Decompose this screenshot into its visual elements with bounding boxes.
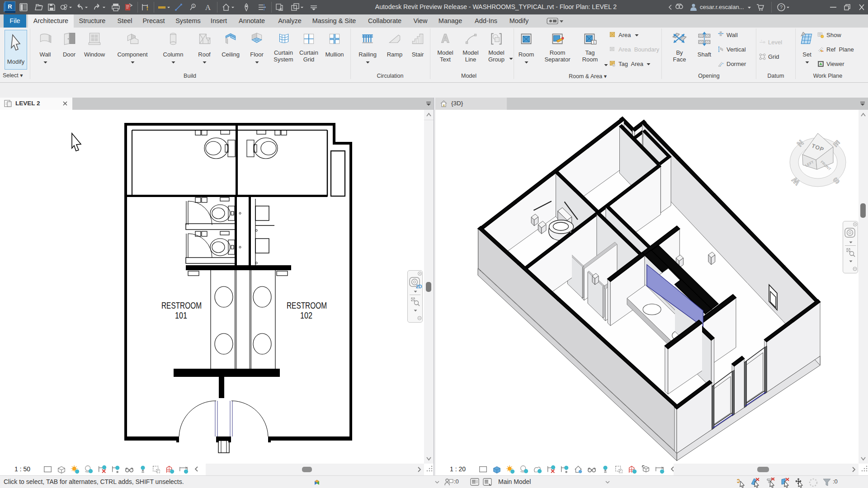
svg-text:2D: 2D — [416, 284, 422, 289]
svg-text:1: 1 — [593, 40, 594, 44]
svg-text:1: 1 — [193, 5, 194, 8]
svg-text:101: 101 — [175, 310, 187, 320]
svg-text:102: 102 — [300, 310, 312, 320]
svg-text:?: ? — [780, 5, 783, 10]
svg-text:RESTROOM: RESTROOM — [287, 300, 327, 310]
svg-text:A: A — [205, 3, 211, 12]
svg-text:RESTROOM: RESTROOM — [161, 300, 202, 310]
svg-text:1: 1 — [761, 39, 762, 42]
svg-text:R: R — [8, 3, 12, 10]
